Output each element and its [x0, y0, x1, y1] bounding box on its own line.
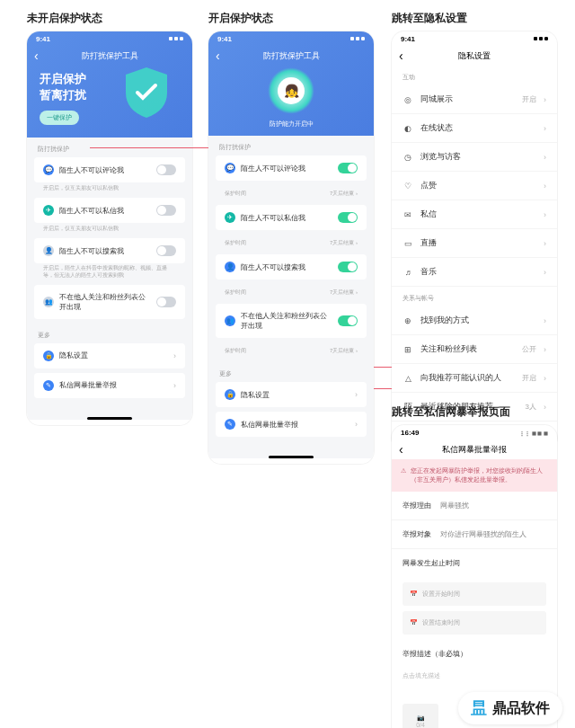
phone-privacy: 9:41 ‹ 隐私设置 互动 ◎同城展示开启›◐在线状态›◷浏览与访客›♡点赞›… [392, 31, 557, 450]
row-icon: ♬ [402, 267, 413, 278]
report-reason-row: 举报理由 网暴骚扰 [392, 492, 557, 520]
search-icon: 👤 [43, 245, 54, 256]
section-more: 更多 [208, 362, 374, 382]
phone-on: 9:41 ‹ 防打扰保护工具 👧 防护能力开启中 防打扰保护 💬 陌生人不可以评… [208, 31, 374, 464]
back-icon[interactable]: ‹ [399, 442, 403, 457]
toggle-comment[interactable] [156, 164, 176, 175]
chevron-right-icon: › [544, 124, 546, 133]
warning-icon: ⚠ [401, 466, 406, 484]
row-privacy-settings[interactable]: 🔒 隐私设置 › [34, 343, 185, 368]
section-protect: 防打扰保护 [208, 136, 374, 155]
row-report[interactable]: ✎ 私信网暴批量举报 › [34, 373, 185, 398]
privacy-row[interactable]: ✉私信› [392, 200, 557, 229]
page-title: 防打扰保护工具 [208, 50, 374, 62]
row-follow-list: 👥 不在他人关注和粉丝列表公开出现 [34, 285, 185, 319]
image-upload[interactable]: 📷 0/4 [402, 704, 438, 728]
home-indicator [269, 456, 314, 458]
statusbar: 16:49 ⋮⋮ ◼ ◼ ◼ [392, 425, 557, 439]
row-report[interactable]: ✎ 私信网暴批量举报 › [216, 412, 367, 437]
report-icon: ✎ [43, 380, 54, 391]
privacy-row[interactable]: ◎同城展示开启› [392, 85, 557, 114]
report-time-label: 网暴发生起止时间 [392, 549, 557, 577]
row-icon: ⊕ [402, 315, 413, 326]
statusbar: 9:41 [208, 31, 374, 46]
row-icon: ◎ [402, 94, 413, 105]
back-icon[interactable]: ‹ [399, 49, 403, 63]
privacy-row[interactable]: ♡点赞› [392, 172, 557, 200]
row-icon: △ [402, 373, 413, 384]
toggle-dm[interactable] [156, 205, 176, 216]
back-icon[interactable]: ‹ [34, 49, 39, 63]
home-indicator [87, 417, 132, 420]
toggle-comment[interactable] [338, 163, 358, 173]
chevron-right-icon: › [544, 316, 546, 325]
list-icon: 👥 [43, 297, 54, 307]
end-time-input[interactable]: 📅 设置结束时间 [402, 611, 546, 635]
toggle-dm[interactable] [338, 212, 358, 223]
chevron-right-icon: › [544, 268, 546, 277]
row-comment: 💬 陌生人不可以评论我 [216, 155, 367, 181]
calendar-icon: 📅 [410, 619, 418, 626]
avatar-shield-icon: 👧 [268, 67, 314, 114]
section-more: 更多 [27, 324, 192, 343]
row-privacy-settings[interactable]: 🔒 隐私设置 › [216, 382, 367, 407]
arrow-line [90, 147, 208, 148]
row-dm: ✈ 陌生人不可以私信我 [216, 205, 367, 230]
dm-icon: ✈ [43, 205, 54, 216]
phone-report: 16:49 ⋮⋮ ◼ ◼ ◼ ‹ 私信网暴批量举报 ⚠ 您正在发起网暴防护举报，… [392, 425, 557, 728]
start-time-input[interactable]: 📅 设置开始时间 [402, 582, 546, 606]
col1-title: 未开启保护状态 [27, 11, 192, 26]
col2-title: 开启保护状态 [208, 11, 374, 26]
toggle-search[interactable] [338, 262, 358, 272]
chevron-right-icon: › [544, 182, 546, 191]
row-icon: ▭ [402, 238, 413, 249]
enable-protect-button[interactable]: 一键保护 [40, 111, 79, 125]
calendar-icon: 📅 [410, 590, 418, 598]
privacy-row[interactable]: ⊞关注和粉丝列表公开› [392, 335, 557, 364]
privacy-row[interactable]: ◐在线状态› [392, 114, 557, 143]
brand-logo: 昷 鼎品软件 [458, 692, 562, 724]
row-icon: ⊞ [402, 344, 413, 355]
chevron-right-icon: › [544, 239, 546, 248]
statusbar: 9:41 [392, 31, 557, 46]
report-desc-label: 举报描述（非必填） [392, 640, 557, 668]
toggle-follow[interactable] [156, 297, 176, 307]
statusbar: 9:41 [27, 31, 192, 46]
arrow-line [374, 367, 392, 368]
row-icon: ◷ [402, 152, 413, 163]
report-target-row: 举报对象 对你进行网暴骚扰的陌生人 [392, 520, 557, 549]
row-comment: 💬 陌生人不可以评论我 [34, 157, 185, 182]
col4-title: 跳转至私信网暴举报页面 [392, 404, 557, 420]
row-dm: ✈ 陌生人不可以私信我 [34, 198, 185, 223]
camera-icon: 📷 [417, 715, 425, 722]
chevron-right-icon: › [544, 95, 546, 104]
sect-relation: 关系与帐号 [392, 287, 557, 306]
chevron-right-icon: › [544, 153, 546, 162]
protect-status: 防护能力开启中 [208, 120, 374, 129]
lock-icon: 🔒 [43, 351, 54, 361]
page-title: 防打扰保护工具 [27, 50, 192, 62]
toggle-search[interactable] [156, 245, 176, 256]
privacy-row[interactable]: ♬音乐› [392, 258, 557, 287]
back-icon[interactable]: ‹ [216, 49, 220, 63]
report-banner: ⚠ 您正在发起网暴防护举报，对您接收到的陌生人（非互关用户）私信发起批量举报。 [392, 459, 557, 492]
row-follow-list: 👥 不在他人关注和粉丝列表公开出现 [216, 304, 367, 338]
report-title: 私信网暴批量举报 [392, 444, 557, 456]
row-search: 👤 陌生人不可以搜索我 [34, 238, 185, 263]
privacy-row[interactable]: ◷浏览与访客› [392, 143, 557, 172]
shield-icon [122, 66, 171, 120]
arrow-line [374, 388, 392, 389]
privacy-row[interactable]: ▭直播› [392, 229, 557, 258]
row-icon: ♡ [402, 181, 413, 191]
chevron-right-icon: › [544, 374, 546, 383]
col3-title: 跳转至隐私设置 [392, 11, 557, 26]
row-icon: ◐ [402, 123, 413, 134]
privacy-row[interactable]: ⊕找到我的方式› [392, 306, 557, 335]
chevron-right-icon: › [544, 210, 546, 219]
sect-interact: 互动 [392, 66, 557, 85]
privacy-row[interactable]: △向我推荐可能认识的人开启› [392, 364, 557, 393]
toggle-follow[interactable] [338, 315, 358, 326]
privacy-title: 隐私设置 [392, 50, 557, 62]
chevron-right-icon: › [173, 351, 176, 360]
chevron-right-icon: › [173, 381, 176, 390]
